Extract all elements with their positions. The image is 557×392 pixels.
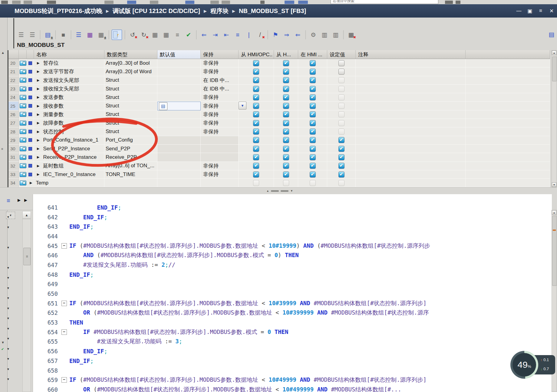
retain-cell[interactable]: 非保持 (201, 67, 239, 76)
code-line[interactable]: 654− IF #MODBUS结构体数组[#状态控制.源序列步].MODBUS参… (33, 327, 552, 337)
in-hmi-cell[interactable] (298, 170, 327, 179)
table-row-selected[interactable]: 25 ▶接收参数 Struct ▤ 非保持 (8, 102, 550, 110)
checkbox[interactable] (253, 172, 259, 178)
datatype-cell[interactable]: Struct (104, 110, 157, 119)
in-hmi-cell[interactable] (298, 153, 327, 162)
checkbox[interactable] (283, 86, 289, 92)
marker-down-icon[interactable]: ▼ (7, 327, 10, 330)
in-hmi-cell[interactable] (298, 76, 327, 85)
table-row[interactable]: 24 ▶发送参数 Struct 非保持 (8, 93, 550, 102)
retain-cell[interactable] (201, 136, 239, 145)
from-hmi-cell[interactable] (274, 67, 298, 76)
symbol-visibility-icon[interactable]: / (255, 30, 265, 40)
setpoint-cell[interactable] (327, 153, 356, 162)
breadcrumb-project[interactable]: MODBUS轮训_PTP0216-成功晚 (15, 7, 102, 15)
row-number[interactable]: 30 (8, 145, 19, 153)
default-cell[interactable] (157, 162, 201, 170)
header-from-hmi[interactable]: 从 H... (274, 50, 298, 59)
breadcrumb-device[interactable]: 调试版 [CPU 1212C DC/DC/DC] (113, 7, 200, 15)
compare-icon[interactable]: ≡ (7, 197, 10, 204)
hmi-opc-cell[interactable] (239, 153, 274, 162)
indent-left-icon[interactable]: ⇤ (222, 30, 231, 40)
in-hmi-cell[interactable] (298, 85, 327, 93)
row-number[interactable]: 20 (8, 59, 19, 67)
checkbox[interactable] (338, 146, 344, 152)
hmi-opc-cell[interactable] (239, 67, 274, 76)
row-number[interactable]: 27 (8, 119, 19, 127)
checkbox[interactable] (310, 103, 316, 109)
row-number[interactable]: 29 (8, 136, 19, 145)
from-hmi-cell[interactable] (274, 76, 298, 85)
breadcrumb-program-blocks[interactable]: 程序块 (210, 7, 229, 15)
code-line[interactable]: 655 #发送报文头尾部.功能码 := 3; (33, 337, 552, 347)
in-hmi-cell[interactable] (298, 179, 327, 187)
close-icon[interactable]: ✕ (549, 8, 555, 14)
checkbox[interactable] (310, 129, 316, 135)
expand-arrow-icon[interactable]: ▶ (37, 147, 39, 151)
checkbox[interactable] (283, 77, 289, 83)
datatype-cell[interactable]: Struct (104, 119, 157, 127)
datatype-cell[interactable] (104, 179, 157, 187)
header-datatype[interactable]: 数据类型 (104, 50, 157, 59)
checkbox[interactable] (310, 86, 316, 92)
save-layout-icon[interactable]: ▦ (346, 30, 356, 40)
name-cell[interactable]: ▶暂存位 (34, 59, 104, 67)
row-number[interactable]: 26 (8, 110, 19, 119)
table-row[interactable]: 20 ▶暂存位 Array[0..30] of Bool 非保持 (8, 59, 550, 67)
checkbox[interactable] (283, 146, 289, 152)
row-number[interactable]: 32 (8, 162, 19, 170)
datatype-cell[interactable]: Struct (104, 85, 157, 93)
comment-cell[interactable] (356, 85, 466, 93)
indent-right-icon[interactable]: ⇥ (210, 30, 220, 40)
detail-view-icon[interactable]: ▤ (547, 30, 556, 39)
datatype-cell[interactable]: Receive_P2P (104, 153, 157, 162)
snapshot-apply-icon[interactable]: ▦ (161, 30, 171, 40)
checkbox[interactable] (283, 172, 289, 178)
code-line[interactable]: 652 OR (#MODBUS结构体数组[#状态控制.源序列步].MODBUS参… (33, 308, 552, 318)
datatype-cell[interactable]: Struct (104, 127, 157, 136)
row-number[interactable]: 33 (8, 170, 19, 179)
from-hmi-cell[interactable] (274, 59, 298, 67)
marker-down-icon[interactable]: ▼ (7, 347, 10, 351)
expand-arrow-icon[interactable]: ▶ (37, 87, 39, 91)
checkbox[interactable] (253, 154, 259, 160)
default-cell-editing[interactable]: ▤ (157, 102, 201, 110)
hmi-opc-cell[interactable] (239, 85, 274, 93)
table-row[interactable]: 31 ▶Receive_P2P_Instance Receive_P2P (8, 153, 550, 162)
import-source-icon[interactable]: ▤ (43, 30, 53, 40)
name-cell[interactable]: ▶接收参数 (34, 102, 104, 110)
checkbox[interactable] (253, 163, 259, 169)
header-retain[interactable]: 保持 (201, 50, 239, 59)
name-cell[interactable]: ▶发送字节暂存 (34, 67, 104, 76)
from-hmi-cell[interactable] (274, 110, 298, 119)
checkbox[interactable] (310, 111, 316, 117)
comment-cell[interactable] (356, 102, 466, 110)
block-interface-icon[interactable]: ▦ (85, 30, 95, 40)
code-line[interactable]: 651−IF (#MODBUS结构体数组[#状态控制.源序列步].MODBUS参… (33, 299, 552, 308)
default-cell[interactable] (157, 119, 201, 127)
in-hmi-cell[interactable] (298, 136, 327, 145)
table-row[interactable]: 33 ▶IEC_Timer_0_Instance TONR_TIME 非保持 (8, 170, 550, 179)
datatype-cell[interactable]: Struct (104, 76, 157, 85)
floating-speed-overlay[interactable]: 49% ↑ 0.1 ↓ 0.7 (510, 351, 556, 380)
block-interface-add-icon[interactable]: ▦ (96, 30, 106, 40)
header-default[interactable]: 默认值 (157, 50, 201, 59)
left-scrollbar[interactable]: ▲ ≡ (22, 211, 31, 392)
row-number[interactable]: 28 (8, 127, 19, 136)
checkbox[interactable] (253, 94, 259, 100)
hmi-opc-cell[interactable] (239, 119, 274, 127)
code-line[interactable]: 644 (33, 231, 552, 241)
scroll-up-button[interactable]: ▲ (552, 210, 556, 215)
in-hmi-cell[interactable] (298, 93, 327, 102)
in-hmi-cell[interactable] (298, 119, 327, 127)
search-input[interactable] (331, 0, 438, 4)
scroll-down-button[interactable]: ▼ (552, 182, 556, 187)
comment-cell[interactable] (356, 170, 466, 179)
compile-check-icon[interactable]: ✔ (184, 30, 193, 40)
marker-down-icon[interactable]: ▼ (7, 377, 10, 381)
row-number[interactable]: 22 (8, 76, 19, 85)
default-cell[interactable] (157, 93, 201, 102)
from-hmi-cell[interactable] (274, 102, 298, 110)
code-line[interactable]: 642 END_IF; (33, 212, 552, 222)
setpoint-cell[interactable] (327, 127, 356, 136)
